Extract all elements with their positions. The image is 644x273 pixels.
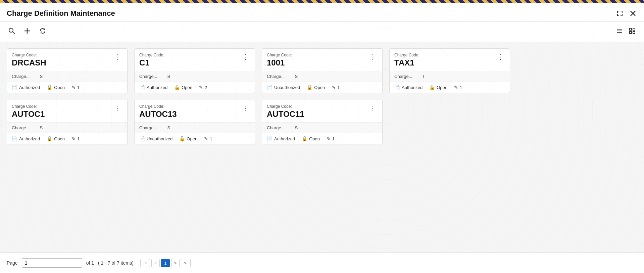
last-page-button[interactable]: >| [181, 259, 191, 267]
card-header: Charge Code: 1001 ⋮ [262, 49, 382, 71]
svg-rect-13 [633, 28, 635, 30]
prev-page-button[interactable]: < [151, 259, 160, 267]
list-view-button[interactable] [614, 26, 625, 38]
auth-status: 📄 Authorized [267, 136, 295, 141]
pagination: Page of 1 ( 1 - 7 of 7 items) |< < 1 > >… [0, 253, 644, 273]
charge-type-label: Charge... [12, 125, 30, 130]
charge-type-label: Charge... [394, 74, 412, 79]
auth-status: 📄 Authorized [12, 85, 40, 90]
edit-count: ✎ 1 [204, 136, 212, 141]
pagination-nav: |< < 1 > >| [140, 259, 191, 267]
edit-icon: ✎ [327, 136, 331, 141]
charge-code-value: DRCASH [12, 58, 46, 67]
auth-status: 📄 Authorized [12, 136, 40, 141]
cards-row-2: Charge Code: AUTOC1 ⋮ Charge... S 📄 Auth… [7, 100, 637, 144]
lock-icon: 🔓 [47, 85, 52, 90]
card-body: Charge... S [7, 71, 127, 82]
card-footer: 📄 Unauthorized 🔓 Open ✎ 1 [262, 82, 382, 93]
card-header: Charge Code: TAX1 ⋮ [390, 49, 510, 71]
page-1-button[interactable]: 1 [161, 259, 169, 267]
card-header: Charge Code: C1 ⋮ [135, 49, 255, 71]
card-menu-button[interactable]: ⋮ [368, 53, 378, 61]
card-body: Charge... S [262, 123, 382, 133]
auth-icon: 📄 [139, 136, 145, 141]
page-label: Page [7, 260, 18, 266]
header-actions [615, 9, 637, 18]
refresh-button[interactable] [38, 26, 48, 38]
cards-container: Charge Code: DRCASH ⋮ Charge... S 📄 Auth… [0, 42, 644, 151]
card-c1: Charge Code: C1 ⋮ Charge... S 📄 Authoriz… [134, 48, 255, 93]
charge-code-label: Charge Code: [267, 53, 292, 57]
auth-status: 📄 Authorized [394, 85, 423, 90]
lock-status: 🔓 Open [179, 136, 197, 141]
edit-count: ✎ 1 [71, 85, 80, 90]
card-drcash: Charge Code: DRCASH ⋮ Charge... S 📄 Auth… [7, 48, 128, 93]
card-menu-button[interactable]: ⋮ [368, 104, 378, 112]
toolbar [0, 22, 644, 42]
edit-count: ✎ 1 [327, 136, 335, 141]
first-page-button[interactable]: |< [140, 259, 150, 267]
edit-count: ✎ 1 [71, 136, 80, 141]
lock-status: 🔓 Open [429, 85, 447, 90]
add-button[interactable] [22, 26, 32, 38]
lock-status: 🔓 Open [47, 85, 65, 90]
card-menu-button[interactable]: ⋮ [113, 53, 122, 61]
edit-count: ✎ 2 [199, 85, 207, 90]
card-menu-button[interactable]: ⋮ [496, 53, 505, 61]
edit-icon: ✎ [71, 85, 76, 90]
card-body: Charge... S [262, 71, 382, 82]
charge-type-label: Charge... [12, 74, 30, 79]
expand-button[interactable] [615, 9, 625, 18]
auth-icon: 📄 [267, 136, 273, 141]
card-menu-button[interactable]: ⋮ [241, 104, 250, 112]
card-1001: Charge Code: 1001 ⋮ Charge... S 📄 Unauth… [262, 48, 383, 93]
page-of: of 1 [86, 260, 94, 266]
card-header: Charge Code: AUTOC13 ⋮ [135, 100, 255, 123]
edit-count: ✎ 1 [454, 85, 462, 90]
card-footer: 📄 Authorized 🔓 Open ✎ 2 [135, 82, 255, 93]
card-menu-button[interactable]: ⋮ [113, 104, 122, 112]
auth-icon: 📄 [267, 85, 273, 90]
charge-type-value: S [295, 125, 298, 130]
header: Charge Definition Maintenance [0, 3, 644, 22]
edit-icon: ✎ [204, 136, 208, 141]
svg-rect-12 [630, 28, 632, 30]
charge-code-label: Charge Code: [139, 104, 177, 109]
svg-rect-14 [630, 32, 632, 34]
svg-line-3 [13, 32, 15, 34]
edit-icon: ✎ [71, 136, 76, 141]
close-button[interactable] [629, 9, 637, 18]
next-page-button[interactable]: > [171, 259, 180, 267]
auth-icon: 📄 [394, 85, 400, 90]
charge-code-value: 1001 [267, 58, 292, 67]
lock-icon: 🔓 [174, 85, 180, 90]
lock-status: 🔓 Open [307, 85, 325, 90]
charge-code-label: Charge Code: [12, 53, 46, 57]
card-body: Charge... S [7, 123, 127, 133]
auth-icon: 📄 [12, 136, 17, 141]
page-input[interactable] [22, 258, 82, 268]
page-title: Charge Definition Maintenance [7, 9, 115, 18]
card-header: Charge Code: AUTOC11 ⋮ [262, 100, 382, 123]
charge-code-value: C1 [139, 58, 164, 67]
auth-status: 📄 Authorized [139, 85, 167, 90]
card-footer: 📄 Authorized 🔓 Open ✎ 1 [262, 133, 382, 144]
card-autoc1: Charge Code: AUTOC1 ⋮ Charge... S 📄 Auth… [7, 100, 128, 144]
auth-status: 📄 Unauthorized [139, 136, 172, 141]
charge-type-label: Charge... [267, 125, 285, 130]
cards-row-1: Charge Code: DRCASH ⋮ Charge... S 📄 Auth… [7, 48, 637, 93]
charge-code-value: AUTOC1 [12, 109, 45, 119]
card-footer: 📄 Authorized 🔓 Open ✎ 1 [7, 133, 127, 144]
search-button[interactable] [7, 26, 17, 38]
charge-code-label: Charge Code: [12, 104, 45, 109]
charge-code-label: Charge Code: [267, 104, 304, 109]
card-menu-button[interactable]: ⋮ [241, 53, 250, 61]
lock-icon: 🔓 [47, 136, 52, 141]
edit-count: ✎ 1 [332, 85, 340, 90]
card-header: Charge Code: DRCASH ⋮ [7, 49, 127, 71]
lock-status: 🔓 Open [174, 85, 192, 90]
charge-code-value: TAX1 [394, 58, 419, 67]
grid-view-button[interactable] [627, 26, 637, 38]
card-body: Charge... T [390, 71, 510, 82]
lock-icon: 🔓 [429, 85, 435, 90]
